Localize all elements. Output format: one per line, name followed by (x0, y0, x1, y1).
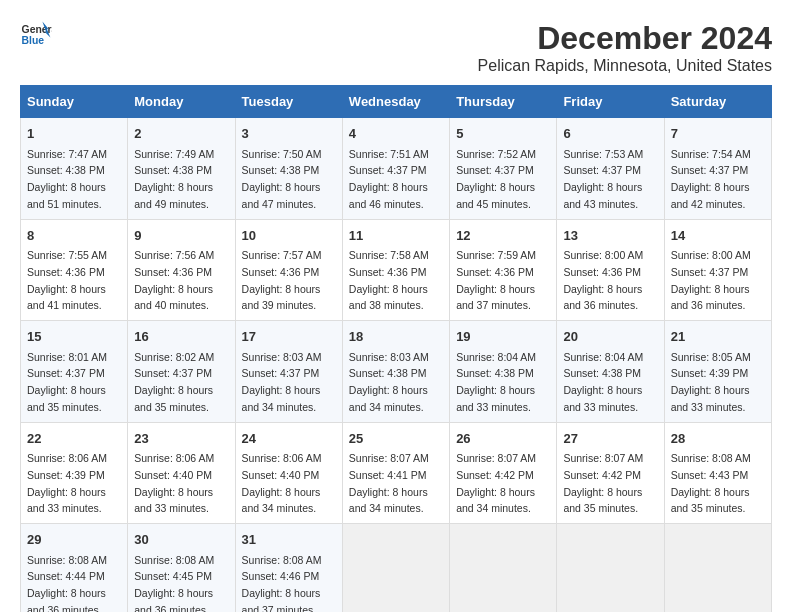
day-number: 1 (27, 124, 121, 144)
calendar-table: SundayMondayTuesdayWednesdayThursdayFrid… (20, 85, 772, 612)
calendar-cell: 9Sunrise: 7:56 AMSunset: 4:36 PMDaylight… (128, 219, 235, 321)
cell-line: Sunrise: 7:59 AM (456, 249, 536, 261)
cell-line: Sunrise: 7:49 AM (134, 148, 214, 160)
cell-line: Daylight: 8 hours (134, 587, 213, 599)
cell-line: Daylight: 8 hours (563, 486, 642, 498)
subtitle: Pelican Rapids, Minnesota, United States (478, 57, 772, 75)
week-row-3: 15Sunrise: 8:01 AMSunset: 4:37 PMDayligh… (21, 321, 772, 423)
cell-line: Sunrise: 8:06 AM (134, 452, 214, 464)
day-number: 3 (242, 124, 336, 144)
cell-line: Sunrise: 8:08 AM (671, 452, 751, 464)
cell-line: Sunrise: 8:04 AM (563, 351, 643, 363)
cell-line: and 36 minutes. (134, 604, 209, 612)
cell-line: and 37 minutes. (242, 604, 317, 612)
cell-line: Daylight: 8 hours (349, 283, 428, 295)
cell-line: and 33 minutes. (671, 401, 746, 413)
cell-line: Sunset: 4:37 PM (671, 266, 749, 278)
calendar-cell: 19Sunrise: 8:04 AMSunset: 4:38 PMDayligh… (450, 321, 557, 423)
cell-line: Daylight: 8 hours (242, 181, 321, 193)
cell-line: and 49 minutes. (134, 198, 209, 210)
day-number: 22 (27, 429, 121, 449)
cell-line: Sunset: 4:40 PM (242, 469, 320, 481)
calendar-cell: 11Sunrise: 7:58 AMSunset: 4:36 PMDayligh… (342, 219, 449, 321)
cell-line: Sunrise: 8:08 AM (242, 554, 322, 566)
cell-line: and 35 minutes. (671, 502, 746, 514)
day-number: 7 (671, 124, 765, 144)
day-number: 5 (456, 124, 550, 144)
cell-line: and 34 minutes. (349, 502, 424, 514)
cell-line: and 42 minutes. (671, 198, 746, 210)
day-number: 14 (671, 226, 765, 246)
day-number: 2 (134, 124, 228, 144)
day-number: 12 (456, 226, 550, 246)
header-cell-saturday: Saturday (664, 86, 771, 118)
day-number: 6 (563, 124, 657, 144)
week-row-2: 8Sunrise: 7:55 AMSunset: 4:36 PMDaylight… (21, 219, 772, 321)
cell-line: Daylight: 8 hours (456, 181, 535, 193)
cell-line: Sunrise: 8:02 AM (134, 351, 214, 363)
day-number: 17 (242, 327, 336, 347)
calendar-cell: 5Sunrise: 7:52 AMSunset: 4:37 PMDaylight… (450, 118, 557, 220)
calendar-cell: 4Sunrise: 7:51 AMSunset: 4:37 PMDaylight… (342, 118, 449, 220)
calendar-cell: 6Sunrise: 7:53 AMSunset: 4:37 PMDaylight… (557, 118, 664, 220)
calendar-cell: 1Sunrise: 7:47 AMSunset: 4:38 PMDaylight… (21, 118, 128, 220)
cell-line: and 34 minutes. (456, 502, 531, 514)
cell-line: Sunset: 4:37 PM (563, 164, 641, 176)
cell-line: and 33 minutes. (563, 401, 638, 413)
cell-line: Sunrise: 8:08 AM (27, 554, 107, 566)
cell-line: and 41 minutes. (27, 299, 102, 311)
logo: General Blue (20, 20, 52, 48)
header-cell-wednesday: Wednesday (342, 86, 449, 118)
cell-line: Sunrise: 8:03 AM (242, 351, 322, 363)
cell-line: Sunset: 4:38 PM (27, 164, 105, 176)
calendar-cell: 27Sunrise: 8:07 AMSunset: 4:42 PMDayligh… (557, 422, 664, 524)
cell-line: and 45 minutes. (456, 198, 531, 210)
cell-line: Sunset: 4:36 PM (456, 266, 534, 278)
calendar-cell: 21Sunrise: 8:05 AMSunset: 4:39 PMDayligh… (664, 321, 771, 423)
cell-line: Sunset: 4:46 PM (242, 570, 320, 582)
cell-line: Daylight: 8 hours (27, 181, 106, 193)
cell-line: Sunset: 4:37 PM (671, 164, 749, 176)
cell-line: Sunset: 4:36 PM (563, 266, 641, 278)
cell-line: and 35 minutes. (563, 502, 638, 514)
calendar-cell (557, 524, 664, 613)
cell-line: and 34 minutes. (242, 401, 317, 413)
calendar-cell: 22Sunrise: 8:06 AMSunset: 4:39 PMDayligh… (21, 422, 128, 524)
cell-line: and 39 minutes. (242, 299, 317, 311)
cell-line: Daylight: 8 hours (242, 283, 321, 295)
cell-line: Daylight: 8 hours (671, 181, 750, 193)
cell-line: Sunrise: 8:06 AM (27, 452, 107, 464)
cell-line: Sunset: 4:41 PM (349, 469, 427, 481)
calendar-cell: 16Sunrise: 8:02 AMSunset: 4:37 PMDayligh… (128, 321, 235, 423)
cell-line: Daylight: 8 hours (134, 486, 213, 498)
cell-line: Sunset: 4:36 PM (27, 266, 105, 278)
day-number: 27 (563, 429, 657, 449)
calendar-cell: 26Sunrise: 8:07 AMSunset: 4:42 PMDayligh… (450, 422, 557, 524)
cell-line: and 33 minutes. (27, 502, 102, 514)
cell-line: Sunset: 4:38 PM (349, 367, 427, 379)
cell-line: Daylight: 8 hours (563, 384, 642, 396)
cell-line: Daylight: 8 hours (27, 384, 106, 396)
calendar-cell: 7Sunrise: 7:54 AMSunset: 4:37 PMDaylight… (664, 118, 771, 220)
day-number: 15 (27, 327, 121, 347)
cell-line: Daylight: 8 hours (349, 181, 428, 193)
header-cell-tuesday: Tuesday (235, 86, 342, 118)
calendar-header: SundayMondayTuesdayWednesdayThursdayFrid… (21, 86, 772, 118)
cell-line: Sunset: 4:40 PM (134, 469, 212, 481)
cell-line: Daylight: 8 hours (671, 486, 750, 498)
cell-line: Sunset: 4:38 PM (242, 164, 320, 176)
header-cell-monday: Monday (128, 86, 235, 118)
calendar-cell (664, 524, 771, 613)
cell-line: Sunrise: 8:03 AM (349, 351, 429, 363)
cell-line: and 33 minutes. (134, 502, 209, 514)
cell-line: Sunset: 4:37 PM (349, 164, 427, 176)
cell-line: Sunset: 4:36 PM (134, 266, 212, 278)
cell-line: Sunset: 4:43 PM (671, 469, 749, 481)
cell-line: Sunrise: 8:08 AM (134, 554, 214, 566)
cell-line: Sunrise: 7:55 AM (27, 249, 107, 261)
header-cell-thursday: Thursday (450, 86, 557, 118)
calendar-cell: 17Sunrise: 8:03 AMSunset: 4:37 PMDayligh… (235, 321, 342, 423)
day-number: 18 (349, 327, 443, 347)
day-number: 20 (563, 327, 657, 347)
cell-line: and 34 minutes. (242, 502, 317, 514)
